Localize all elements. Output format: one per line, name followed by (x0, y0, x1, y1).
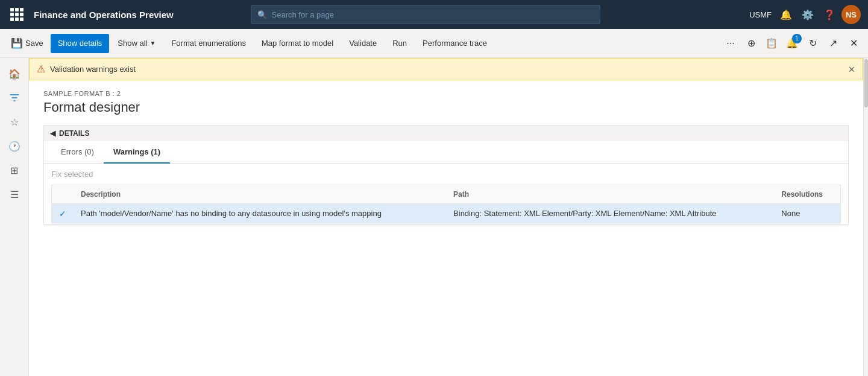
save-button[interactable]: 💾 Save (5, 34, 49, 53)
notifications-button[interactable]: 🔔 (776, 5, 796, 24)
sidebar: 🏠 ☆ 🕐 ⊞ ☰ (0, 58, 29, 376)
view-icon-button[interactable]: 📋 (762, 34, 781, 53)
grid-icon (10, 8, 24, 21)
search-icon: 🔍 (257, 10, 267, 19)
search-bar[interactable]: 🔍 (251, 5, 600, 24)
row-path-cell: Binding: Statement: XML Element/Party: X… (446, 204, 774, 224)
breadcrumb: SAMPLE FORMAT B : 2 (43, 90, 849, 97)
settings-button[interactable]: ⚙️ (798, 5, 817, 24)
filter-icon (10, 93, 19, 103)
format-enumerations-button[interactable]: Format enumerations (164, 34, 253, 53)
page-content: SAMPLE FORMAT B : 2 Format designer ◀ DE… (29, 80, 863, 376)
run-button[interactable]: Run (385, 34, 414, 53)
search-input[interactable] (272, 10, 594, 19)
save-icon: 💾 (11, 37, 23, 49)
details-section: ◀ DETAILS Errors (0) Warnings (1) Fix se… (43, 125, 849, 225)
chevron-down-icon: ▼ (150, 40, 156, 46)
validate-button[interactable]: Validate (342, 34, 384, 53)
performance-trace-button[interactable]: Performance trace (415, 34, 494, 53)
sidebar-recent-button[interactable]: 🕐 (4, 135, 25, 157)
warning-close-button[interactable]: ✕ (848, 65, 855, 74)
warning-banner: ⚠ Validation warnings exist ✕ (29, 58, 863, 80)
right-scrollbar[interactable] (863, 58, 868, 376)
notification-badge-wrap: 🔔 1 (782, 34, 802, 53)
help-button[interactable]: ❓ (820, 5, 839, 24)
warnings-table: Description Path Resolutions ✓ Path 'mod… (51, 185, 841, 224)
fix-selected-button[interactable]: Fix selected (44, 164, 848, 185)
user-avatar[interactable]: NS (841, 5, 861, 24)
table-header-path: Path (446, 185, 774, 204)
top-navigation: Finance and Operations Preview 🔍 USMF 🔔 … (0, 0, 868, 29)
close-button[interactable]: ✕ (844, 34, 863, 53)
environment-label: USMF (749, 10, 772, 19)
details-chevron-icon: ◀ (50, 129, 55, 138)
main-layout: 🏠 ☆ 🕐 ⊞ ☰ ⚠ Validation warnings exist ✕ … (0, 58, 868, 376)
page-title: Format designer (43, 100, 849, 115)
sidebar-list-button[interactable]: ☰ (4, 183, 25, 205)
app-title: Finance and Operations Preview (34, 10, 174, 20)
warning-icon: ⚠ (37, 63, 45, 75)
table-header-description: Description (74, 185, 446, 204)
popout-button[interactable]: ↗ (823, 34, 843, 53)
refresh-button[interactable]: ↻ (803, 34, 822, 53)
tabs-row: Errors (0) Warnings (1) (44, 141, 848, 164)
table-row[interactable]: ✓ Path 'model/Vendor/Name' has no bindin… (52, 204, 841, 224)
table-header-resolutions: Resolutions (774, 185, 840, 204)
map-format-to-model-button[interactable]: Map format to model (254, 34, 341, 53)
show-details-button[interactable]: Show details (51, 34, 110, 53)
row-resolutions-cell: None (774, 204, 840, 224)
sidebar-home-button[interactable]: 🏠 (4, 63, 25, 84)
grid-menu-button[interactable] (7, 5, 27, 24)
page-toolbar: 💾 Save Show details Show all ▼ Format en… (0, 29, 868, 58)
details-header[interactable]: ◀ DETAILS (44, 126, 848, 141)
link-icon-button[interactable]: ⊕ (741, 34, 761, 53)
sidebar-favorites-button[interactable]: ☆ (4, 111, 25, 133)
details-label: DETAILS (59, 129, 89, 138)
show-all-button[interactable]: Show all ▼ (110, 34, 163, 53)
table-header-check (52, 185, 74, 204)
top-nav-actions: USMF 🔔 ⚙️ ❓ NS (749, 5, 861, 24)
notification-count: 1 (792, 34, 802, 43)
row-description-cell: Path 'model/Vendor/Name' has no binding … (74, 204, 446, 224)
tab-warnings[interactable]: Warnings (1) (104, 141, 170, 164)
sidebar-filter-button[interactable] (4, 87, 25, 109)
content-area: ⚠ Validation warnings exist ✕ SAMPLE FOR… (29, 58, 863, 376)
toolbar-right-actions: ··· ⊕ 📋 🔔 1 ↻ ↗ ✕ (721, 34, 863, 53)
tab-errors[interactable]: Errors (0) (51, 141, 104, 164)
checkmark-icon: ✓ (59, 209, 66, 218)
row-check-cell: ✓ (52, 204, 74, 224)
scroll-thumb[interactable] (864, 59, 868, 107)
warning-text: Validation warnings exist (50, 65, 136, 74)
more-options-button[interactable]: ··· (721, 34, 740, 53)
sidebar-workspaces-button[interactable]: ⊞ (4, 159, 25, 181)
